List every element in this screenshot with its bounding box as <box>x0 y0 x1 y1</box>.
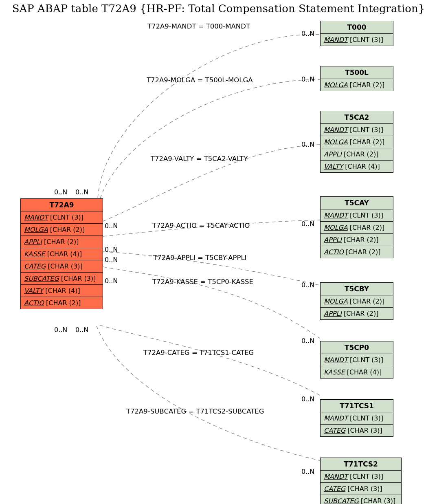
field-row: MOLGA [CHAR (2)] <box>21 224 103 236</box>
field-row: MOLGA [CHAR (2)] <box>321 79 393 91</box>
field-row: SUBCATEG [CHAR (3)] <box>21 273 103 285</box>
field-row: MOLGA [CHAR (2)] <box>321 222 393 234</box>
entity-header: T5CBY <box>321 283 393 295</box>
field-row: MANDT [CLNT (3)] <box>321 412 393 425</box>
field-row: CATEG [CHAR (3)] <box>21 260 103 273</box>
cardinality: 0..N <box>301 337 314 345</box>
entity-t5cby: T5CBY MOLGA [CHAR (2)] APPLI [CHAR (2)] <box>320 282 393 320</box>
field-row: MOLGA [CHAR (2)] <box>321 136 393 148</box>
cardinality: 0..N <box>75 188 88 196</box>
entity-t72a9: T72A9 MANDT [CLNT (3)] MOLGA [CHAR (2)] … <box>20 198 103 309</box>
entity-header: T71TCS1 <box>321 400 393 412</box>
field-row: MANDT [CLNT (3)] <box>321 209 393 222</box>
field-row: VALTY [CHAR (4)] <box>21 285 103 297</box>
field-row: VALTY [CHAR (4)] <box>321 161 393 172</box>
edge-label: T72A9-CATEG = T71TCS1-CATEG <box>143 349 254 357</box>
cardinality: 0..N <box>301 468 314 475</box>
edge-label: T72A9-ACTIO = T5CAY-ACTIO <box>152 222 250 229</box>
entity-t5cay: T5CAY MANDT [CLNT (3)] MOLGA [CHAR (2)] … <box>320 196 393 258</box>
cardinality: 0..N <box>75 326 88 334</box>
edge-label: T72A9-SUBCATEG = T71TCS2-SUBCATEG <box>126 407 264 415</box>
field-row: APPLI [CHAR (2)] <box>321 234 393 246</box>
cardinality: 0..N <box>301 141 314 148</box>
entity-t5cp0: T5CP0 MANDT [CLNT (3)] KASSE [CHAR (4)] <box>320 341 393 379</box>
field-row: CATEG [CHAR (3)] <box>321 483 401 495</box>
entity-header: T5CAY <box>321 197 393 209</box>
cardinality: 0..N <box>301 220 314 228</box>
cardinality: 0..N <box>105 256 118 264</box>
cardinality: 0..N <box>105 246 118 253</box>
entity-t71tcs2: T71TCS2 MANDT [CLNT (3)] CATEG [CHAR (3)… <box>320 458 402 504</box>
cardinality: 0..N <box>105 222 118 230</box>
field-row: MANDT [CLNT (3)] <box>321 124 393 136</box>
edge-label: T72A9-MOLGA = T500L-MOLGA <box>147 76 253 84</box>
cardinality: 0..N <box>54 188 67 196</box>
edge-label: T72A9-VALTY = T5CA2-VALTY <box>151 155 248 163</box>
field-row: APPLI [CHAR (2)] <box>21 236 103 248</box>
field-row: MANDT [CLNT (3)] <box>21 211 103 224</box>
cardinality: 0..N <box>301 395 314 403</box>
field-row: ACTIO [CHAR (2)] <box>321 246 393 258</box>
field-row: KASSE [CHAR (4)] <box>21 248 103 260</box>
field-row: MOLGA [CHAR (2)] <box>321 295 393 308</box>
field-row: MANDT [CLNT (3)] <box>321 354 393 366</box>
edge-label: T72A9-APPLI = T5CBY-APPLI <box>153 254 247 262</box>
entity-header: T71TCS2 <box>321 458 401 471</box>
field-row: KASSE [CHAR (4)] <box>321 366 393 378</box>
entity-header: T500L <box>321 66 393 79</box>
edge-label: T72A9-KASSE = T5CP0-KASSE <box>152 278 253 286</box>
edge-label: T72A9-MANDT = T000-MANDT <box>147 22 250 30</box>
entity-t500l: T500L MOLGA [CHAR (2)] <box>320 66 393 91</box>
entity-header: T5CP0 <box>321 341 393 354</box>
cardinality: 0..N <box>105 277 118 285</box>
field-row: ACTIO [CHAR (2)] <box>21 297 103 309</box>
field-row: MANDT [CLNT (3)] <box>321 34 393 46</box>
entity-header: T5CA2 <box>321 111 393 124</box>
entity-t5ca2: T5CA2 MANDT [CLNT (3)] MOLGA [CHAR (2)] … <box>320 111 393 173</box>
cardinality: 0..N <box>301 75 314 83</box>
cardinality: 0..N <box>301 30 314 37</box>
cardinality: 0..N <box>54 326 67 334</box>
diagram-title: SAP ABAP table T72A9 {HR-PF: Total Compe… <box>0 2 437 15</box>
field-row: APPLI [CHAR (2)] <box>321 308 393 319</box>
field-row: CATEG [CHAR (3)] <box>321 425 393 436</box>
field-row: APPLI [CHAR (2)] <box>321 148 393 161</box>
entity-header: T000 <box>321 21 393 34</box>
entity-t000: T000 MANDT [CLNT (3)] <box>320 21 393 46</box>
field-row: MANDT [CLNT (3)] <box>321 471 401 483</box>
entity-t71tcs1: T71TCS1 MANDT [CLNT (3)] CATEG [CHAR (3)… <box>320 399 393 437</box>
entity-header: T72A9 <box>21 199 103 211</box>
field-row: SUBCATEG [CHAR (3)] <box>321 495 401 504</box>
cardinality: 0..N <box>301 281 314 289</box>
